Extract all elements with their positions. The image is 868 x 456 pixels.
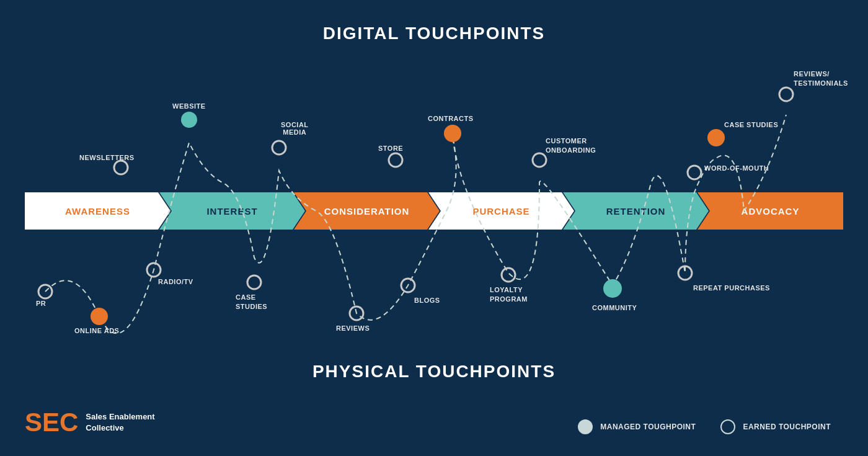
label-radio-tv: RADIO/TV xyxy=(158,278,193,285)
svg-point-5 xyxy=(533,153,546,167)
label-customer-onboarding: CUSTOMERONBOARDING xyxy=(546,136,596,156)
segment-interest: INTEREST xyxy=(159,192,305,230)
label-reviews: REVIEWS xyxy=(336,324,370,332)
label-newsletters: NEWSLETTERS xyxy=(79,154,135,161)
label-case-studies-upper: CASE STUDIES xyxy=(724,121,778,128)
label-case-studies-lower: CASESTUDIES xyxy=(236,293,267,312)
label-reviews-testimonials: REVIEWS/TESTIMONIALS xyxy=(794,69,848,89)
segment-consideration: CONSIDERATION xyxy=(294,192,440,230)
svg-point-11 xyxy=(147,263,161,277)
label-loyalty-program: LOYALTYPROGRAM xyxy=(490,285,528,305)
svg-point-12 xyxy=(247,275,261,289)
svg-point-10 xyxy=(91,308,107,324)
label-pr: PR xyxy=(36,300,46,307)
label-contracts: CONTRACTS xyxy=(428,115,474,122)
legend-managed-dot xyxy=(578,419,593,434)
segment-purchase: PURCHASE xyxy=(428,192,574,230)
svg-point-13 xyxy=(350,306,363,320)
label-store: STORE xyxy=(378,145,403,152)
svg-point-9 xyxy=(38,285,52,298)
logo-area: SEC Sales EnablementCollective xyxy=(25,408,155,437)
legend-managed: MANAGED TOUGHPOINT xyxy=(578,419,696,434)
svg-point-17 xyxy=(678,266,692,280)
svg-point-4 xyxy=(445,125,461,141)
legend-earned-dot xyxy=(720,419,735,434)
legend-earned: EARNED TOUCHPOINT xyxy=(720,419,831,434)
segment-advocacy: ADVOCACY xyxy=(698,192,843,230)
logo-text: Sales EnablementCollective xyxy=(86,411,154,434)
svg-point-16 xyxy=(604,280,621,297)
arrow-bar: AWARENESS INTEREST CONSIDERATION PURCHAS… xyxy=(25,192,843,230)
label-word-of-mouth: WORD-OF-MOUTH xyxy=(704,164,769,172)
legend-earned-label: EARNED TOUCHPOINT xyxy=(743,422,831,431)
label-online-ads: ONLINE ADS xyxy=(74,327,119,334)
main-container: DIGITAL TOUCHPOINTS PHYSICAL TOUCHPOINTS… xyxy=(0,0,868,456)
segment-awareness: AWARENESS xyxy=(25,192,170,230)
legend-managed-label: MANAGED TOUGHPOINT xyxy=(600,422,696,431)
label-blogs: BLOGS xyxy=(414,297,440,304)
label-community: COMMUNITY xyxy=(592,304,637,311)
label-website: WEBSITE xyxy=(172,102,206,110)
segment-retention: RETENTION xyxy=(563,192,709,230)
svg-point-2 xyxy=(272,141,286,154)
physical-touchpoints-title: PHYSICAL TOUCHPOINTS xyxy=(0,362,868,382)
logo-initials: SEC xyxy=(25,408,78,437)
svg-point-1 xyxy=(182,112,197,127)
label-social-media: SOCIALMEDIA xyxy=(281,121,309,136)
svg-point-7 xyxy=(708,130,724,146)
svg-point-15 xyxy=(502,268,515,282)
legend-area: MANAGED TOUGHPOINT EARNED TOUCHPOINT xyxy=(578,419,831,434)
svg-point-14 xyxy=(401,279,415,292)
label-repeat-purchases: REPEAT PURCHASES xyxy=(693,284,770,292)
svg-point-8 xyxy=(779,87,793,101)
svg-point-6 xyxy=(688,166,701,179)
digital-touchpoints-title: DIGITAL TOUCHPOINTS xyxy=(0,24,868,43)
svg-point-3 xyxy=(389,153,402,167)
svg-point-0 xyxy=(114,161,128,174)
